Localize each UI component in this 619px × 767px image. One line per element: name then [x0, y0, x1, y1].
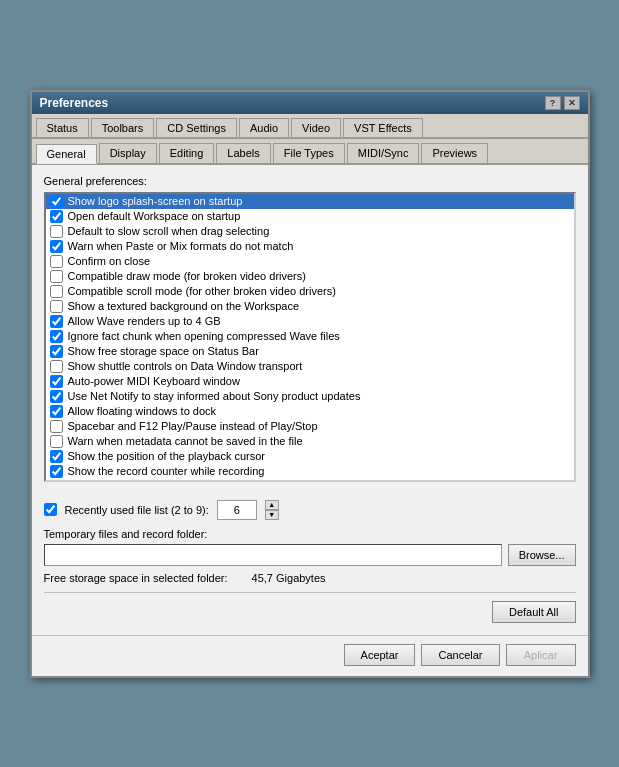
pref-checkbox-9[interactable]: [50, 330, 63, 343]
tab-toolbars[interactable]: Toolbars: [91, 118, 155, 137]
tab-labels[interactable]: Labels: [216, 143, 270, 163]
tab-vst-effects[interactable]: VST Effects: [343, 118, 423, 137]
pref-checkbox-14[interactable]: [50, 405, 63, 418]
tab-status[interactable]: Status: [36, 118, 89, 137]
help-button[interactable]: ?: [545, 96, 561, 110]
pref-checkbox-12[interactable]: [50, 375, 63, 388]
recently-used-label: Recently used file list (2 to 9):: [65, 504, 209, 516]
pref-checkbox-6[interactable]: [50, 285, 63, 298]
pref-label-16: Warn when metadata cannot be saved in th…: [68, 435, 303, 447]
list-item[interactable]: Auto-power MIDI Keyboard window: [46, 374, 574, 389]
content-area: General preferences: Show logo splash-sc…: [32, 165, 588, 492]
recently-used-row: Recently used file list (2 to 9): ▲ ▼: [44, 500, 576, 520]
pref-label-9: Ignore fact chunk when opening compresse…: [68, 330, 340, 342]
list-item[interactable]: Show shuttle controls on Data Window tra…: [46, 359, 574, 374]
list-item[interactable]: Show free storage space on Status Bar: [46, 344, 574, 359]
list-item[interactable]: Compatible draw mode (for broken video d…: [46, 269, 574, 284]
tab-audio[interactable]: Audio: [239, 118, 289, 137]
list-item[interactable]: Confirm on close: [46, 254, 574, 269]
list-item[interactable]: Ignore fact chunk when opening compresse…: [46, 329, 574, 344]
list-item[interactable]: Default to slow scroll when drag selecti…: [46, 224, 574, 239]
titlebar-buttons: ? ✕: [545, 96, 580, 110]
close-button[interactable]: ✕: [564, 96, 580, 110]
pref-checkbox-7[interactable]: [50, 300, 63, 313]
recently-used-spinner: ▲ ▼: [265, 500, 279, 520]
recently-used-spinbox[interactable]: [217, 500, 257, 520]
list-item[interactable]: Spacebar and F12 Play/Pause instead of P…: [46, 419, 574, 434]
list-item[interactable]: Show a textured background on the Worksp…: [46, 299, 574, 314]
list-item[interactable]: Open default Workspace on startup: [46, 209, 574, 224]
apply-button[interactable]: Aplicar: [506, 644, 576, 666]
pref-checkbox-2[interactable]: [50, 225, 63, 238]
pref-label-10: Show free storage space on Status Bar: [68, 345, 259, 357]
pref-label-0: Show logo splash-screen on startup: [68, 195, 243, 207]
folder-row: Browse...: [44, 544, 576, 566]
list-item[interactable]: Warn when Paste or Mix formats do not ma…: [46, 239, 574, 254]
pref-checkbox-11[interactable]: [50, 360, 63, 373]
pref-checkbox-1[interactable]: [50, 210, 63, 223]
pref-label-2: Default to slow scroll when drag selecti…: [68, 225, 270, 237]
pref-checkbox-13[interactable]: [50, 390, 63, 403]
tab-video[interactable]: Video: [291, 118, 341, 137]
pref-label-12: Auto-power MIDI Keyboard window: [68, 375, 240, 387]
list-item[interactable]: Compatible scroll mode (for other broken…: [46, 284, 574, 299]
pref-checkbox-4[interactable]: [50, 255, 63, 268]
list-item[interactable]: Show logo splash-screen on startup: [46, 194, 574, 209]
bottom-section: Recently used file list (2 to 9): ▲ ▼ Te…: [32, 500, 588, 631]
preferences-window: Preferences ? ✕ Status Toolbars CD Setti…: [30, 90, 590, 678]
pref-checkbox-5[interactable]: [50, 270, 63, 283]
tab-file-types[interactable]: File Types: [273, 143, 345, 163]
pref-checkbox-10[interactable]: [50, 345, 63, 358]
tab-row-2: General Display Editing Labels File Type…: [32, 139, 588, 165]
folder-path-input[interactable]: [44, 544, 502, 566]
spin-down-arrow[interactable]: ▼: [265, 510, 279, 520]
tab-display[interactable]: Display: [99, 143, 157, 163]
tab-row-1: Status Toolbars CD Settings Audio Video …: [32, 114, 588, 139]
temp-folder-label: Temporary files and record folder:: [44, 528, 576, 540]
pref-checkbox-3[interactable]: [50, 240, 63, 253]
pref-label-18: Show the record counter while recording: [68, 465, 265, 477]
pref-label-11: Show shuttle controls on Data Window tra…: [68, 360, 303, 372]
preferences-list[interactable]: Show logo splash-screen on startupOpen d…: [44, 192, 576, 482]
recently-used-checkbox[interactable]: [44, 503, 57, 516]
pref-label-7: Show a textured background on the Worksp…: [68, 300, 300, 312]
pref-label-15: Spacebar and F12 Play/Pause instead of P…: [68, 420, 318, 432]
storage-row: Free storage space in selected folder: 4…: [44, 572, 576, 584]
list-item[interactable]: Show the record counter while recording: [46, 464, 574, 479]
pref-label-4: Confirm on close: [68, 255, 151, 267]
pref-label-14: Allow floating windows to dock: [68, 405, 217, 417]
default-all-button[interactable]: Default All: [492, 601, 576, 623]
pref-checkbox-17[interactable]: [50, 450, 63, 463]
pref-checkbox-0[interactable]: [50, 195, 63, 208]
tab-previews[interactable]: Previews: [421, 143, 488, 163]
list-item[interactable]: Allow floating windows to dock: [46, 404, 574, 419]
window-title: Preferences: [40, 96, 109, 110]
tab-midi-sync[interactable]: MIDI/Sync: [347, 143, 420, 163]
pref-label-5: Compatible draw mode (for broken video d…: [68, 270, 306, 282]
pref-label-8: Allow Wave renders up to 4 GB: [68, 315, 221, 327]
pref-checkbox-16[interactable]: [50, 435, 63, 448]
list-item[interactable]: Allow Wave renders up to 4 GB: [46, 314, 574, 329]
spin-up-arrow[interactable]: ▲: [265, 500, 279, 510]
storage-value: 45,7 Gigabytes: [252, 572, 326, 584]
pref-label-6: Compatible scroll mode (for other broken…: [68, 285, 336, 297]
pref-label-17: Show the position of the playback cursor: [68, 450, 266, 462]
list-item[interactable]: Use Net Notify to stay informed about So…: [46, 389, 574, 404]
pref-label-3: Warn when Paste or Mix formats do not ma…: [68, 240, 294, 252]
cancel-button[interactable]: Cancelar: [421, 644, 499, 666]
pref-checkbox-8[interactable]: [50, 315, 63, 328]
pref-label-13: Use Net Notify to stay informed about So…: [68, 390, 361, 402]
tab-general[interactable]: General: [36, 144, 97, 164]
section-label: General preferences:: [44, 175, 576, 187]
pref-label-1: Open default Workspace on startup: [68, 210, 241, 222]
tab-editing[interactable]: Editing: [159, 143, 215, 163]
ok-button[interactable]: Aceptar: [344, 644, 416, 666]
browse-button[interactable]: Browse...: [508, 544, 576, 566]
list-item[interactable]: Show the position of the playback cursor: [46, 449, 574, 464]
pref-checkbox-18[interactable]: [50, 465, 63, 478]
pref-checkbox-15[interactable]: [50, 420, 63, 433]
titlebar: Preferences ? ✕: [32, 92, 588, 114]
button-row: Aceptar Cancelar Aplicar: [32, 635, 588, 676]
list-item[interactable]: Warn when metadata cannot be saved in th…: [46, 434, 574, 449]
tab-cd-settings[interactable]: CD Settings: [156, 118, 237, 137]
